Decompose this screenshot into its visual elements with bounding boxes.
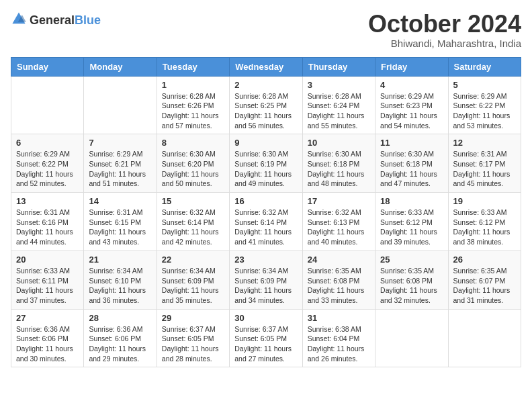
- calendar-week-row: 13Sunrise: 6:31 AM Sunset: 6:16 PM Dayli…: [11, 193, 521, 251]
- page-header: GeneralBlue October 2024 Bhiwandi, Mahar…: [11, 11, 521, 49]
- cell-info: Sunrise: 6:33 AM Sunset: 6:12 PM Dayligh…: [453, 208, 516, 247]
- month-title: October 2024: [368, 11, 521, 38]
- table-row: 7Sunrise: 6:29 AM Sunset: 6:21 PM Daylig…: [84, 134, 157, 193]
- day-number: 22: [162, 255, 224, 265]
- day-number: 19: [453, 196, 516, 206]
- table-row: 15Sunrise: 6:32 AM Sunset: 6:14 PM Dayli…: [157, 193, 229, 251]
- day-number: 1: [162, 80, 224, 90]
- cell-info: Sunrise: 6:29 AM Sunset: 6:22 PM Dayligh…: [453, 91, 516, 131]
- day-number: 6: [16, 138, 79, 148]
- cell-info: Sunrise: 6:29 AM Sunset: 6:22 PM Dayligh…: [16, 149, 79, 189]
- day-number: 16: [234, 196, 297, 206]
- cell-info: Sunrise: 6:38 AM Sunset: 6:04 PM Dayligh…: [308, 324, 370, 364]
- day-number: 4: [380, 80, 443, 90]
- calendar-week-row: 27Sunrise: 6:36 AM Sunset: 6:06 PM Dayli…: [11, 309, 521, 367]
- day-number: 14: [89, 196, 151, 206]
- logo-icon: [11, 11, 27, 27]
- cell-info: Sunrise: 6:29 AM Sunset: 6:21 PM Dayligh…: [89, 149, 151, 189]
- cell-info: Sunrise: 6:35 AM Sunset: 6:08 PM Dayligh…: [380, 266, 443, 306]
- col-saturday: Saturday: [448, 57, 521, 76]
- day-number: 21: [89, 255, 151, 265]
- table-row: 26Sunrise: 6:35 AM Sunset: 6:07 PM Dayli…: [448, 250, 521, 309]
- col-wednesday: Wednesday: [230, 57, 302, 76]
- day-number: 10: [308, 138, 370, 148]
- table-row: 16Sunrise: 6:32 AM Sunset: 6:14 PM Dayli…: [230, 193, 302, 251]
- table-row: 31Sunrise: 6:38 AM Sunset: 6:04 PM Dayli…: [302, 309, 375, 367]
- cell-info: Sunrise: 6:36 AM Sunset: 6:06 PM Dayligh…: [89, 324, 151, 364]
- col-friday: Friday: [375, 57, 448, 76]
- table-row: 29Sunrise: 6:37 AM Sunset: 6:05 PM Dayli…: [157, 309, 229, 367]
- cell-info: Sunrise: 6:37 AM Sunset: 6:05 PM Dayligh…: [162, 324, 224, 364]
- cell-info: Sunrise: 6:37 AM Sunset: 6:05 PM Dayligh…: [234, 324, 297, 364]
- table-row: 22Sunrise: 6:34 AM Sunset: 6:09 PM Dayli…: [157, 250, 229, 309]
- calendar-table: Sunday Monday Tuesday Wednesday Thursday…: [11, 57, 521, 368]
- calendar-week-row: 20Sunrise: 6:33 AM Sunset: 6:11 PM Dayli…: [11, 250, 521, 309]
- cell-info: Sunrise: 6:32 AM Sunset: 6:14 PM Dayligh…: [234, 208, 297, 247]
- day-number: 12: [453, 138, 516, 148]
- day-number: 25: [380, 255, 443, 265]
- table-row: 21Sunrise: 6:34 AM Sunset: 6:10 PM Dayli…: [84, 250, 157, 309]
- col-thursday: Thursday: [302, 57, 375, 76]
- day-number: 11: [380, 138, 443, 148]
- table-row: 4Sunrise: 6:29 AM Sunset: 6:23 PM Daylig…: [375, 76, 448, 134]
- cell-info: Sunrise: 6:30 AM Sunset: 6:20 PM Dayligh…: [162, 149, 224, 189]
- table-row: 28Sunrise: 6:36 AM Sunset: 6:06 PM Dayli…: [84, 309, 157, 367]
- day-number: 24: [308, 255, 370, 265]
- cell-info: Sunrise: 6:32 AM Sunset: 6:13 PM Dayligh…: [308, 208, 370, 247]
- cell-info: Sunrise: 6:34 AM Sunset: 6:10 PM Dayligh…: [89, 266, 151, 306]
- cell-info: Sunrise: 6:31 AM Sunset: 6:15 PM Dayligh…: [89, 208, 151, 247]
- table-row: 24Sunrise: 6:35 AM Sunset: 6:08 PM Dayli…: [302, 250, 375, 309]
- table-row: 20Sunrise: 6:33 AM Sunset: 6:11 PM Dayli…: [11, 250, 84, 309]
- day-number: 7: [89, 138, 151, 148]
- table-row: 14Sunrise: 6:31 AM Sunset: 6:15 PM Dayli…: [84, 193, 157, 251]
- day-number: 26: [453, 255, 516, 265]
- day-number: 2: [234, 80, 297, 90]
- cell-info: Sunrise: 6:28 AM Sunset: 6:24 PM Dayligh…: [308, 91, 370, 131]
- table-row: 10Sunrise: 6:30 AM Sunset: 6:18 PM Dayli…: [302, 134, 375, 193]
- table-row: 17Sunrise: 6:32 AM Sunset: 6:13 PM Dayli…: [302, 193, 375, 251]
- location: Bhiwandi, Maharashtra, India: [368, 38, 521, 49]
- cell-info: Sunrise: 6:33 AM Sunset: 6:11 PM Dayligh…: [16, 266, 79, 306]
- calendar-week-row: 6Sunrise: 6:29 AM Sunset: 6:22 PM Daylig…: [11, 134, 521, 193]
- col-monday: Monday: [84, 57, 157, 76]
- logo-blue: Blue: [75, 13, 101, 27]
- cell-info: Sunrise: 6:28 AM Sunset: 6:25 PM Dayligh…: [234, 91, 297, 131]
- cell-info: Sunrise: 6:30 AM Sunset: 6:18 PM Dayligh…: [380, 149, 443, 189]
- day-number: 8: [162, 138, 224, 148]
- table-row: 3Sunrise: 6:28 AM Sunset: 6:24 PM Daylig…: [302, 76, 375, 134]
- day-number: 27: [16, 313, 79, 323]
- cell-info: Sunrise: 6:34 AM Sunset: 6:09 PM Dayligh…: [162, 266, 224, 306]
- cell-info: Sunrise: 6:32 AM Sunset: 6:14 PM Dayligh…: [162, 208, 224, 247]
- day-number: 9: [234, 138, 297, 148]
- cell-info: Sunrise: 6:28 AM Sunset: 6:26 PM Dayligh…: [162, 91, 224, 131]
- cell-info: Sunrise: 6:30 AM Sunset: 6:19 PM Dayligh…: [234, 149, 297, 189]
- day-number: 31: [308, 313, 370, 323]
- calendar-week-row: 1Sunrise: 6:28 AM Sunset: 6:26 PM Daylig…: [11, 76, 521, 134]
- day-number: 18: [380, 196, 443, 206]
- table-row: 27Sunrise: 6:36 AM Sunset: 6:06 PM Dayli…: [11, 309, 84, 367]
- table-row: [448, 309, 521, 367]
- cell-info: Sunrise: 6:33 AM Sunset: 6:12 PM Dayligh…: [380, 208, 443, 247]
- table-row: [84, 76, 157, 134]
- day-number: 23: [234, 255, 297, 265]
- cell-info: Sunrise: 6:30 AM Sunset: 6:18 PM Dayligh…: [308, 149, 370, 189]
- table-row: 6Sunrise: 6:29 AM Sunset: 6:22 PM Daylig…: [11, 134, 84, 193]
- cell-info: Sunrise: 6:36 AM Sunset: 6:06 PM Dayligh…: [16, 324, 79, 364]
- table-row: 8Sunrise: 6:30 AM Sunset: 6:20 PM Daylig…: [157, 134, 229, 193]
- table-row: 18Sunrise: 6:33 AM Sunset: 6:12 PM Dayli…: [375, 193, 448, 251]
- cell-info: Sunrise: 6:31 AM Sunset: 6:16 PM Dayligh…: [16, 208, 79, 247]
- day-number: 17: [308, 196, 370, 206]
- col-tuesday: Tuesday: [157, 57, 229, 76]
- col-sunday: Sunday: [11, 57, 84, 76]
- table-row: 12Sunrise: 6:31 AM Sunset: 6:17 PM Dayli…: [448, 134, 521, 193]
- table-row: 1Sunrise: 6:28 AM Sunset: 6:26 PM Daylig…: [157, 76, 229, 134]
- table-row: 13Sunrise: 6:31 AM Sunset: 6:16 PM Dayli…: [11, 193, 84, 251]
- cell-info: Sunrise: 6:35 AM Sunset: 6:07 PM Dayligh…: [453, 266, 516, 306]
- title-block: October 2024 Bhiwandi, Maharashtra, Indi…: [368, 11, 521, 49]
- calendar-header-row: Sunday Monday Tuesday Wednesday Thursday…: [11, 57, 521, 76]
- table-row: 9Sunrise: 6:30 AM Sunset: 6:19 PM Daylig…: [230, 134, 302, 193]
- cell-info: Sunrise: 6:31 AM Sunset: 6:17 PM Dayligh…: [453, 149, 516, 189]
- day-number: 3: [308, 80, 370, 90]
- logo-general: General: [30, 13, 75, 27]
- day-number: 15: [162, 196, 224, 206]
